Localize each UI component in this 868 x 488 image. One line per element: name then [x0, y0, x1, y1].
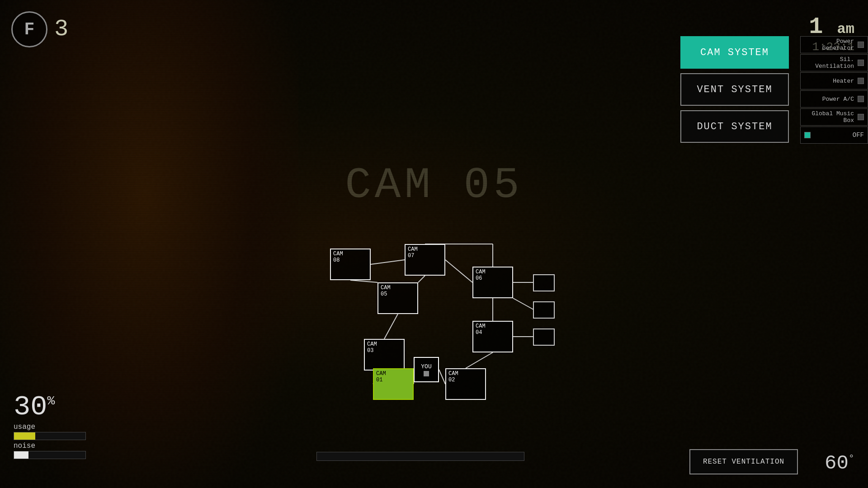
noise-bar-fill: [14, 451, 28, 459]
cam-label: CAM 03: [367, 341, 377, 354]
badge-letter: F: [24, 20, 35, 39]
cam-node-cam02[interactable]: CAM 02: [445, 368, 486, 400]
power-symbol: %: [47, 394, 55, 408]
usage-label: usage: [14, 423, 86, 431]
cam-node-cam07[interactable]: CAM 07: [405, 244, 445, 276]
status-item-power-a/c[interactable]: Power A/C: [800, 90, 868, 108]
status-indicator: [858, 114, 864, 120]
cam-connector-line: [371, 260, 405, 264]
cam-node-cam05[interactable]: CAM 05: [377, 282, 418, 314]
status-label: Heater: [833, 78, 854, 84]
cam-extra-box: [533, 275, 554, 291]
status-item-sil.-ventilation[interactable]: Sil. Ventilation: [800, 54, 868, 71]
temperature-display: 60°: [825, 452, 854, 474]
power-percent-display: 30%: [14, 393, 86, 421]
cam-node-cam03[interactable]: CAM 03: [364, 339, 405, 371]
cam-label: CAM 06: [476, 269, 486, 282]
status-indicator: [858, 78, 864, 84]
cam-connector-line: [513, 298, 533, 310]
cam-extra-box: [533, 329, 554, 345]
camera-map: CAM 08CAM 07CAM 06CAM 05CAM 03CAM 04CAM …: [294, 235, 556, 452]
cam-connector-line: [466, 352, 493, 368]
you-dot: [424, 371, 429, 376]
cam-label: CAM 04: [476, 323, 486, 336]
cam-label: CAM 02: [448, 371, 458, 384]
night-number: 3: [54, 16, 68, 42]
cam-node-cam01[interactable]: CAM 01: [373, 368, 414, 400]
time-period: am: [837, 21, 854, 38]
control-panel: CAM SYSTEM VENT SYSTEM DUCT SYSTEM: [680, 36, 798, 143]
cam-connector-line: [384, 314, 398, 339]
frequency-bar: [316, 452, 524, 461]
you-label: YOU: [421, 363, 431, 370]
noise-bar-track: [14, 451, 86, 459]
noise-label: noise: [14, 442, 86, 450]
cam-connector-line: [439, 370, 445, 384]
status-panel: Power Generator Sil. Ventilation Heater …: [800, 36, 868, 144]
temp-value: 60: [825, 452, 849, 474]
usage-bar-track: [14, 432, 86, 440]
status-label: Sil. Ventilation: [804, 56, 854, 70]
status-off-toggle[interactable]: OFF: [800, 127, 868, 144]
cam-node-cam06[interactable]: CAM 06: [472, 267, 513, 298]
status-indicator: [858, 42, 864, 48]
duct-system-button[interactable]: DUCT SYSTEM: [680, 110, 789, 143]
status-label: Global Music Box: [804, 110, 854, 124]
cam-node-cam04[interactable]: CAM 04: [472, 321, 513, 352]
cam-label: CAM 08: [333, 251, 343, 264]
power-percent-value: 30: [14, 391, 47, 423]
status-item-global-music-box[interactable]: Global Music Box: [800, 108, 868, 126]
cam-node-cam08[interactable]: CAM 08: [330, 249, 371, 280]
status-item-heater[interactable]: Heater: [800, 72, 868, 89]
status-indicator: [858, 96, 864, 102]
power-stats: 30% usage noise: [14, 393, 86, 461]
reset-ventilation-button[interactable]: RESET VENTILATION: [689, 449, 798, 474]
cam-node-you[interactable]: YOU: [414, 357, 439, 382]
off-label: OFF: [853, 131, 864, 139]
badge-f: F: [11, 11, 47, 47]
status-label: Power Generator: [804, 38, 854, 52]
cam-system-button[interactable]: CAM SYSTEM: [680, 36, 789, 69]
usage-bar-fill: [14, 432, 35, 440]
vent-system-button[interactable]: VENT SYSTEM: [680, 73, 789, 106]
cam-extra-box: [533, 302, 554, 318]
off-indicator: [804, 132, 811, 138]
cam-connector-line: [445, 260, 472, 282]
cam-label: CAM 01: [376, 371, 386, 384]
status-label: Power A/C: [822, 96, 854, 103]
cam-connector-line: [350, 280, 377, 282]
cam-label: CAM 07: [408, 246, 418, 259]
temp-symbol: °: [849, 453, 854, 465]
status-indicator: [858, 60, 864, 66]
cam-connector-line: [418, 276, 425, 282]
cam-label: CAM 05: [381, 285, 391, 298]
usage-bar-container: usage noise: [14, 423, 86, 459]
status-item-power-generator[interactable]: Power Generator: [800, 36, 868, 53]
